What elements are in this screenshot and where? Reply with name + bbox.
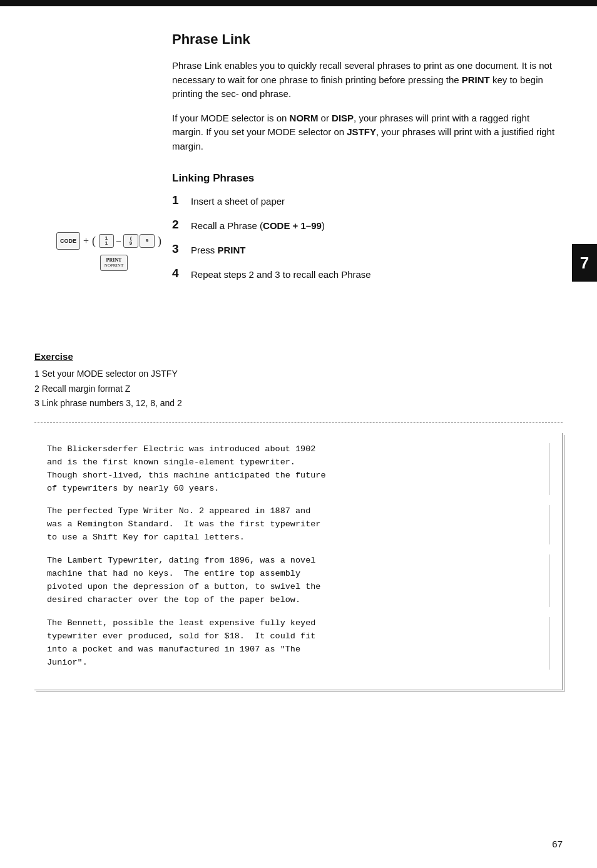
list-item: 3 Link phrase numbers 3, 12, 8, and 2 bbox=[34, 397, 563, 410]
list-item: 2 Recall margin format Z bbox=[34, 383, 563, 396]
main-section: Phrase Link Phrase Link enables you to q… bbox=[172, 31, 563, 320]
key-9-bot: 9 bbox=[140, 234, 155, 248]
step-3: 3 Press PRINT bbox=[172, 243, 563, 257]
mono-paragraph-3: The Lambert Typewriter, dating from 1896… bbox=[47, 554, 549, 607]
intro-paragraph-2: If your MODE selector is on NORM or DISP… bbox=[172, 111, 563, 154]
chapter-tab: 7 bbox=[572, 244, 597, 282]
keyboard-illustration: CODE + ( 1 1 bbox=[56, 232, 161, 271]
key-9-top: ( 9 bbox=[123, 234, 138, 248]
right-paren: ) bbox=[158, 235, 161, 248]
mono-paragraph-4: The Bennett, possible the least expensiv… bbox=[47, 617, 549, 670]
number-keys: 1 1 – ( 9 9 bbox=[99, 234, 155, 248]
chapter-number: 7 bbox=[580, 253, 589, 273]
exercise-section: Exercise 1 Set your MODE selector on JST… bbox=[34, 351, 563, 690]
left-paren: ( bbox=[92, 235, 96, 248]
subsection-title: Linking Phrases bbox=[172, 172, 563, 185]
print-key: PRINT NOPRINT bbox=[100, 255, 128, 271]
plus-sign: + bbox=[83, 235, 89, 247]
code-key: CODE bbox=[56, 232, 80, 250]
dash-sign: – bbox=[115, 236, 122, 246]
steps-list: 1 Insert a sheet of paper 2 Recall a Phr… bbox=[172, 195, 563, 281]
step-1: 1 Insert a sheet of paper bbox=[172, 195, 563, 208]
steps-wrapper: CODE + ( 1 1 bbox=[172, 195, 563, 320]
intro-paragraph-1: Phrase Link enables you to quickly recal… bbox=[172, 59, 563, 101]
mono-container: The Blickersderfer Electric was introduc… bbox=[34, 433, 563, 690]
step-2: 2 Recall a Phrase (CODE + 1–99) bbox=[172, 219, 563, 232]
exercise-title: Exercise bbox=[34, 351, 563, 362]
key-1: 1 1 bbox=[99, 234, 114, 248]
list-item: 1 Set your MODE selector on JSTFY bbox=[34, 368, 563, 380]
page-number: 67 bbox=[552, 839, 563, 849]
exercise-list: 1 Set your MODE selector on JSTFY 2 Reca… bbox=[34, 368, 563, 410]
separator bbox=[34, 422, 563, 423]
mono-paragraph-2: The perfected Type Writer No. 2 appeared… bbox=[47, 505, 549, 544]
section-title: Phrase Link bbox=[172, 31, 563, 48]
mono-paragraph-1: The Blickersderfer Electric was introduc… bbox=[47, 443, 549, 496]
content: Phrase Link Phrase Link enables you to q… bbox=[0, 6, 597, 728]
top-bar bbox=[0, 0, 597, 6]
page: 7 Phrase Link Phrase Link enables you to… bbox=[0, 0, 597, 868]
step-4: 4 Repeat steps 2 and 3 to recall each Ph… bbox=[172, 268, 563, 281]
